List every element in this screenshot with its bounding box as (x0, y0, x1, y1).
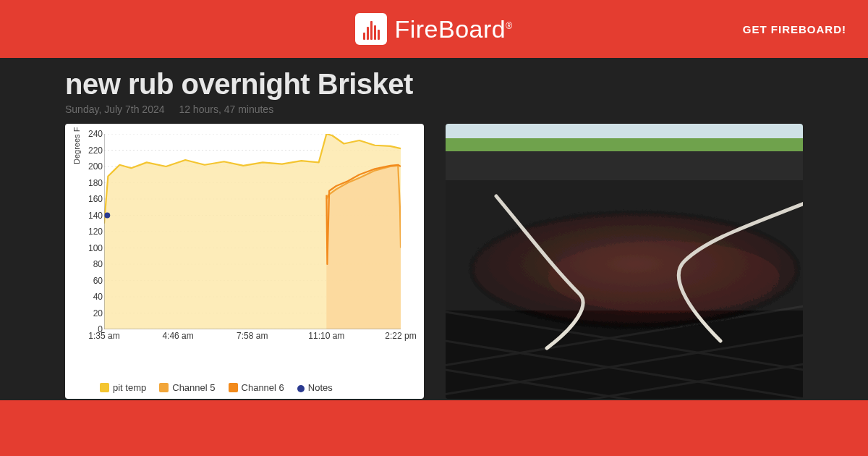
legend-label: pit temp (113, 382, 146, 393)
svg-rect-30 (446, 151, 803, 311)
temperature-chart[interactable]: Degrees F 020406080100120140160180200220… (75, 134, 414, 358)
x-tick: 11:10 am (308, 331, 344, 341)
y-tick: 140 (75, 211, 103, 220)
legend-label: Channel 5 (172, 382, 215, 393)
session-meta: Sunday, July 7th 2024 12 hours, 47 minut… (65, 104, 803, 115)
session-photo[interactable] (446, 124, 803, 399)
y-tick: 80 (75, 260, 103, 269)
legend-item[interactable]: Channel 5 (159, 382, 215, 393)
x-tick: 4:46 am (162, 331, 193, 341)
legend-swatch-icon (100, 383, 109, 392)
legend-label: Channel 6 (242, 382, 284, 393)
y-tick: 240 (75, 130, 103, 138)
brand-name: FireBoard® (394, 15, 512, 43)
session-duration: 12 hours, 47 minutes (179, 104, 273, 115)
chart-legend: pit tempChannel 5Channel 6Notes (100, 382, 333, 393)
legend-swatch-icon (229, 383, 238, 392)
get-fireboard-link[interactable]: GET FIREBOARD! (743, 0, 846, 58)
svg-rect-17 (446, 138, 803, 151)
y-tick: 40 (75, 292, 103, 301)
legend-label: Notes (308, 382, 333, 393)
x-tick: 2:22 pm (385, 331, 416, 341)
y-tick: 200 (75, 162, 103, 171)
legend-item[interactable]: Notes (297, 382, 333, 393)
top-bar: FireBoard® GET FIREBOARD! (0, 0, 868, 58)
chart-card: Degrees F 020406080100120140160180200220… (65, 124, 424, 399)
y-tick: 160 (75, 195, 103, 203)
x-tick: 7:58 am (237, 331, 268, 341)
main-content: new rub overnight Brisket Sunday, July 7… (0, 58, 868, 400)
y-axis-ticks: 020406080100120140160180200220240 (75, 134, 103, 329)
y-tick: 60 (75, 276, 103, 285)
legend-swatch-icon (159, 383, 169, 392)
y-tick: 220 (75, 146, 103, 155)
chart-plot-area (104, 134, 401, 329)
x-tick: 1:35 am (88, 331, 119, 341)
footer-strip (0, 400, 868, 456)
brisket-photo-illustration (446, 124, 803, 399)
legend-swatch-icon (297, 385, 305, 392)
brand-logo-icon (355, 13, 387, 45)
y-tick: 20 (75, 309, 103, 318)
session-date: Sunday, July 7th 2024 (65, 104, 165, 115)
legend-item[interactable]: pit temp (100, 382, 146, 393)
y-tick: 120 (75, 227, 103, 236)
session-title: new rub overnight Brisket (65, 58, 803, 101)
legend-item[interactable]: Channel 6 (229, 382, 284, 393)
y-tick: 180 (75, 179, 103, 187)
y-tick: 100 (75, 244, 103, 253)
brand[interactable]: FireBoard® (355, 13, 512, 45)
x-axis-ticks: 1:35 am4:46 am7:58 am11:10 am2:22 pm (104, 331, 414, 344)
svg-point-13 (104, 213, 110, 219)
